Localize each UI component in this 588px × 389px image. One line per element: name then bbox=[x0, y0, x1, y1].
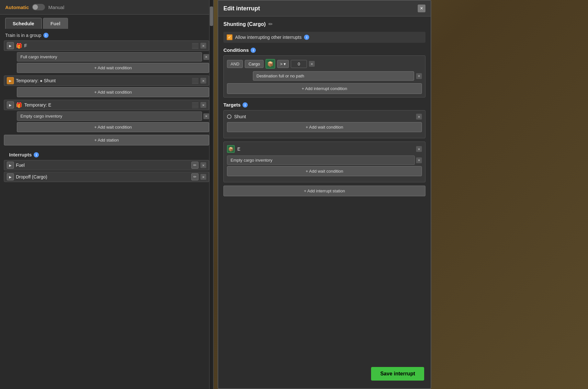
station-row-e: ▶ 🎁 Temporary: E × bbox=[4, 100, 209, 110]
tab-schedule[interactable]: Schedule bbox=[5, 18, 42, 29]
play-interrupt-dropoff[interactable]: ▶ bbox=[7, 173, 14, 180]
close-station-f[interactable]: × bbox=[200, 43, 206, 49]
scroll-thumb[interactable] bbox=[210, 6, 213, 26]
close-station-shunt[interactable]: × bbox=[200, 78, 206, 84]
left-panel: Automatic Manual Schedule Fuel Train is … bbox=[0, 0, 214, 389]
close-station-e[interactable]: × bbox=[200, 102, 206, 108]
targets-title: Targets i bbox=[223, 102, 425, 108]
drag-handle-f[interactable] bbox=[192, 42, 198, 49]
edit-interrupt-fuel[interactable]: ✏ bbox=[191, 162, 198, 169]
drag-handle-e[interactable] bbox=[192, 102, 198, 108]
interrupt-row-dropoff: ▶ Dropoff (Cargo) ✏ × bbox=[4, 172, 209, 182]
manual-label: Manual bbox=[48, 5, 64, 10]
allow-interrupting-label: Allow interrupting other interrupts bbox=[235, 35, 301, 40]
conditions-box: AND Cargo 📦 > ▾ × Destination full or no… bbox=[223, 55, 425, 97]
target-shunt-name-row: Shunt × bbox=[227, 114, 422, 120]
dest-full-row: Destination full or no path × bbox=[227, 71, 422, 81]
auto-manual-toggle[interactable] bbox=[32, 4, 45, 10]
dialog-title: Edit interrupt bbox=[223, 5, 260, 12]
close-full-cargo[interactable]: × bbox=[203, 54, 209, 60]
close-e-target[interactable]: × bbox=[416, 146, 422, 152]
allow-interrupting-checkbox[interactable]: ✓ bbox=[227, 34, 232, 40]
close-empty-cargo[interactable]: × bbox=[203, 113, 209, 119]
station-shunt-label: Temporary: ● Shunt bbox=[16, 78, 190, 83]
station-row: ▶ 🎁 F × bbox=[4, 40, 209, 51]
full-cargo-label: Full cargo inventory bbox=[17, 52, 202, 62]
auto-label: Automatic bbox=[5, 5, 29, 10]
wait-condition-full-cargo: Full cargo inventory × bbox=[17, 52, 209, 62]
value-input[interactable] bbox=[291, 60, 307, 68]
conditions-info-icon[interactable]: i bbox=[251, 48, 256, 53]
allow-interrupting-info[interactable]: i bbox=[304, 35, 309, 40]
interrupt-fuel-label: Fuel bbox=[16, 163, 189, 168]
add-wait-shunt[interactable]: + Add wait condition bbox=[227, 122, 422, 132]
interrupt-row-fuel: ▶ Fuel ✏ × bbox=[4, 160, 209, 170]
interrupts-header: Interrupts i bbox=[4, 149, 209, 160]
add-wait-condition-shunt[interactable]: + Add wait condition bbox=[17, 87, 209, 97]
play-button-e[interactable]: ▶ bbox=[7, 101, 14, 109]
drag-handle-shunt[interactable] bbox=[192, 77, 198, 84]
dialog-header: Edit interrupt × bbox=[218, 1, 431, 17]
close-interrupt-dropoff[interactable]: × bbox=[200, 174, 206, 180]
empty-cargo-label: Empty cargo inventory bbox=[17, 111, 202, 121]
operator-select[interactable]: > ▾ bbox=[277, 60, 289, 68]
shunt-target-label: Shunt bbox=[234, 114, 246, 119]
add-wait-condition-f[interactable]: + Add wait condition bbox=[17, 63, 209, 73]
dest-full-label: Destination full or no path bbox=[253, 71, 414, 81]
interrupt-dropoff-label: Dropoff (Cargo) bbox=[16, 174, 189, 179]
interrupt-name-row: Shunting (Cargo) ✏ bbox=[223, 21, 425, 27]
save-interrupt-button[interactable]: Save interrupt bbox=[371, 367, 424, 381]
group-info-icon[interactable]: i bbox=[43, 33, 49, 38]
play-interrupt-fuel[interactable]: ▶ bbox=[7, 162, 14, 169]
schedule-content: ▶ 🎁 F × Full cargo inventory × + Add wai… bbox=[0, 40, 213, 182]
play-button-shunt[interactable]: ▶ bbox=[7, 77, 14, 84]
e-empty-cargo-condition: Empty cargo inventory × bbox=[227, 155, 422, 165]
interrupts-info-icon[interactable]: i bbox=[34, 152, 39, 157]
station-f-icon: 🎁 bbox=[16, 43, 22, 49]
targets-info-icon[interactable]: i bbox=[243, 102, 248, 108]
dialog-body: Shunting (Cargo) ✏ ✓ Allow interrupting … bbox=[218, 17, 431, 201]
tab-fuel[interactable]: Fuel bbox=[43, 18, 68, 29]
edit-interrupt-dialog: Edit interrupt × Shunting (Cargo) ✏ ✓ Al… bbox=[218, 0, 431, 389]
target-e-name-row: 📦 E × bbox=[227, 145, 422, 153]
add-interrupt-station-button[interactable]: + Add interrupt station bbox=[223, 186, 425, 196]
cargo-icon: 📦 bbox=[266, 59, 275, 69]
add-wait-e[interactable]: + Add wait condition bbox=[227, 166, 422, 176]
station-e-label: Temporary: E bbox=[24, 102, 190, 108]
station-f-label: F bbox=[24, 43, 190, 48]
add-interrupt-condition-button[interactable]: + Add interrupt condition bbox=[227, 83, 422, 94]
play-button-f[interactable]: ▶ bbox=[7, 42, 14, 49]
target-e: 📦 E × Empty cargo inventory × + Add wait… bbox=[223, 142, 425, 182]
vertical-scrollbar[interactable] bbox=[209, 0, 213, 389]
edit-interrupt-dropoff[interactable]: ✏ bbox=[191, 173, 198, 180]
e-empty-cargo-label: Empty cargo inventory bbox=[227, 155, 415, 165]
e-target-label: E bbox=[237, 146, 240, 152]
allow-interrupting-row: ✓ Allow interrupting other interrupts i bbox=[223, 32, 425, 43]
dialog-close-button[interactable]: × bbox=[418, 5, 425, 12]
station-row-shunt: ▶ Temporary: ● Shunt × bbox=[4, 75, 209, 86]
group-label: Train is in a group i bbox=[0, 29, 213, 40]
tabs-row: Schedule Fuel bbox=[0, 15, 213, 29]
conditions-title: Conditions i bbox=[223, 47, 425, 53]
auto-manual-bar: Automatic Manual bbox=[0, 0, 213, 15]
cargo-condition-row: AND Cargo 📦 > ▾ × bbox=[227, 59, 422, 69]
close-dest-condition[interactable]: × bbox=[416, 73, 422, 79]
targets-section: Targets i Shunt × + Add wait condition 📦… bbox=[223, 102, 425, 196]
add-wait-condition-e[interactable]: + Add wait condition bbox=[17, 122, 209, 132]
close-cargo-condition[interactable]: × bbox=[309, 61, 315, 67]
close-shunt-target[interactable]: × bbox=[416, 114, 422, 120]
interrupt-name: Shunting (Cargo) bbox=[223, 21, 266, 27]
close-interrupt-fuel[interactable]: × bbox=[200, 162, 206, 168]
cargo-label: Cargo bbox=[245, 60, 263, 68]
shunt-radio bbox=[227, 114, 232, 119]
wait-condition-empty-cargo: Empty cargo inventory × bbox=[17, 111, 209, 121]
e-target-icon: 📦 bbox=[227, 145, 235, 153]
add-station-button[interactable]: + Add station bbox=[4, 135, 209, 145]
target-shunt: Shunt × + Add wait condition bbox=[223, 110, 425, 138]
station-e-icon: 🎁 bbox=[16, 102, 22, 108]
and-button[interactable]: AND bbox=[227, 60, 243, 68]
edit-interrupt-name-button[interactable]: ✏ bbox=[268, 21, 273, 27]
close-e-empty-cargo[interactable]: × bbox=[416, 157, 422, 163]
